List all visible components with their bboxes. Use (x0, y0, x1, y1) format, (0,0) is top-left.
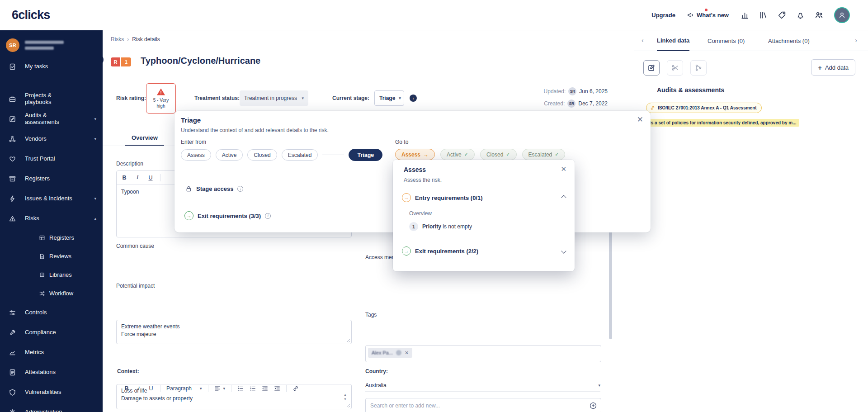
treatment-status-dropdown[interactable]: Treatment in progress ▾ (240, 90, 308, 106)
ordered-list-button[interactable] (237, 385, 244, 392)
stage-pill-current-triage[interactable]: Triage (349, 149, 382, 161)
megaphone-icon (687, 12, 694, 19)
info-icon[interactable]: i (237, 186, 243, 192)
stage-info-icon[interactable]: i (410, 95, 417, 102)
info-icon[interactable]: i (265, 213, 271, 219)
close-icon[interactable]: ✕ (561, 166, 566, 172)
upgrade-link[interactable]: Upgrade (651, 12, 675, 19)
bold-button[interactable]: B (121, 175, 127, 181)
library-icon[interactable] (759, 11, 768, 19)
entry-requirements-row[interactable]: → Entry requirements (0/1) (402, 193, 566, 202)
stage-access-label: Stage access (196, 185, 233, 192)
edit-links-button[interactable] (643, 60, 660, 76)
goto-pill-active[interactable]: Active✓ (440, 149, 475, 160)
italic-button[interactable]: I (136, 385, 142, 392)
exit-requirements-row[interactable]: → Exit requirements (2/2) (402, 246, 566, 256)
sidebar-item-trust-portal[interactable]: Trust Portal (0, 149, 103, 169)
stage-access-row[interactable]: Stage access i (185, 185, 243, 192)
add-circle-icon[interactable] (590, 402, 597, 409)
flow-connector (322, 155, 344, 155)
sidebar-item-risks[interactable]: Risks ▴ (0, 208, 103, 228)
paragraph-style-dropdown[interactable]: Paragraph ▾ (166, 385, 202, 392)
close-icon[interactable]: ✕ (637, 116, 643, 123)
relationship-branch-button[interactable] (690, 60, 707, 76)
sidebar-item-vendors[interactable]: Vendors ▾ (0, 129, 103, 149)
sidebar-item-issues-incidents[interactable]: Issues & incidents ▾ (0, 189, 103, 208)
collapse-icon[interactable] (561, 195, 566, 200)
owner-chip[interactable]: Alex Pa... ✕ (368, 348, 412, 358)
sidebar-item-registers[interactable]: Registers (0, 169, 103, 189)
panel-collapse-icon[interactable]: ‹ (642, 37, 644, 44)
sidebar-item-compliance[interactable]: Compliance (0, 322, 103, 342)
tab-comments[interactable]: Comments (0) (708, 30, 745, 51)
indent-button[interactable] (274, 385, 280, 392)
owner-field[interactable]: Alex Pa... ✕ (365, 345, 601, 362)
check-icon: ✓ (555, 152, 559, 157)
sidebar-item-attestations[interactable]: Attestations (0, 362, 103, 382)
sidebar-item-projects-playbooks[interactable]: Projects & playbooks (0, 89, 103, 109)
go-to-flow: Assess→ Active✓ Closed✓ Escalated✓ (395, 149, 565, 160)
stage-pill-closed[interactable]: Closed (247, 149, 277, 161)
exit-requirements-row[interactable]: → Exit requirements (3/3) i (184, 211, 271, 220)
sidebar-subitem-risk-libraries[interactable]: Libraries (0, 265, 103, 284)
goto-pill-assess[interactable]: Assess→ (395, 149, 435, 160)
unlink-scissors-button[interactable] (667, 60, 683, 76)
access-members-search[interactable] (365, 398, 601, 412)
stage-pill-escalated[interactable]: Escalated (282, 149, 318, 161)
underline-button[interactable]: U (148, 385, 154, 392)
goto-pill-closed[interactable]: Closed✓ (480, 149, 517, 160)
sidebar-item-my-tasks[interactable]: My tasks (0, 57, 103, 76)
exit-requirements-icon: → (402, 246, 411, 256)
tag-icon[interactable] (778, 11, 786, 19)
tags-label: Tags (365, 312, 377, 318)
profile-avatar[interactable] (835, 8, 849, 22)
sidebar-subitem-risk-registers[interactable]: Registers (0, 228, 103, 247)
outdent-button[interactable] (262, 385, 268, 392)
users-icon[interactable] (815, 11, 823, 19)
tabs-scroll-right-icon[interactable]: › (855, 37, 857, 44)
sidebar-item-audits-assessments[interactable]: Audits & assessments ▾ (0, 109, 103, 129)
tab-overview[interactable]: Overview (125, 131, 164, 146)
tab-attachments[interactable]: Attachments (0) (768, 30, 810, 51)
remove-chip-icon[interactable]: ✕ (405, 350, 409, 356)
bell-icon[interactable] (796, 11, 805, 19)
italic-button[interactable]: I (134, 174, 141, 181)
access-members-input[interactable] (366, 403, 590, 409)
bold-button[interactable]: B (123, 385, 130, 392)
whats-new-link[interactable]: What's new (687, 12, 729, 19)
created-avatar: SR (567, 99, 576, 108)
goto-pill-escalated[interactable]: Escalated✓ (522, 149, 566, 160)
briefcase-icon (0, 95, 25, 103)
add-data-button[interactable]: + Add data (811, 59, 855, 76)
breadcrumb-risks[interactable]: Risks (111, 36, 124, 43)
sidebar-subitem-risk-workflow[interactable]: Workflow (0, 284, 103, 303)
bullet-list-button[interactable] (250, 385, 256, 392)
common-cause-field[interactable]: Extreme weather events Force majeure (116, 320, 352, 344)
sidebar-item-administration[interactable]: Administration (0, 402, 103, 412)
workspace-avatar[interactable]: SR (6, 38, 19, 52)
sidebar-item-vulnerabilities[interactable]: Vulnerabilities (0, 382, 103, 402)
scroll-stepper[interactable]: ▲▼ (344, 393, 347, 401)
underline-button[interactable]: U (147, 175, 154, 181)
sidebar-subitem-risk-reviews[interactable]: Reviews (0, 247, 103, 265)
tab-linked-data[interactable]: Linked data (657, 30, 689, 51)
linked-assessment-pill[interactable]: ISO/IEC 27001:2013 Annex A - Q1 Assessme… (646, 103, 762, 113)
archive-icon (0, 175, 25, 183)
trust-heart-icon (0, 155, 25, 163)
link-button[interactable] (292, 385, 299, 392)
chevron-down-icon: ▾ (94, 117, 96, 121)
current-stage-dropdown[interactable]: Triage ▾ (374, 90, 404, 106)
created-date: Dec 7, 2022 (578, 100, 608, 107)
country-select[interactable]: Australia ▾ (365, 379, 600, 392)
align-dropdown[interactable]: ▾ (214, 385, 226, 392)
stage-pill-assess[interactable]: Assess (181, 149, 211, 161)
sidebar-item-metrics[interactable]: Metrics (0, 342, 103, 362)
analytics-icon[interactable] (741, 11, 749, 19)
resize-handle[interactable] (346, 339, 350, 343)
sidebar-item-controls[interactable]: Controls (0, 303, 103, 322)
expand-icon[interactable] (561, 248, 566, 253)
stage-pill-active[interactable]: Active (216, 149, 243, 161)
resize-handle[interactable] (346, 404, 350, 408)
network-icon (0, 135, 25, 143)
vertical-scrollbar[interactable] (609, 216, 612, 339)
